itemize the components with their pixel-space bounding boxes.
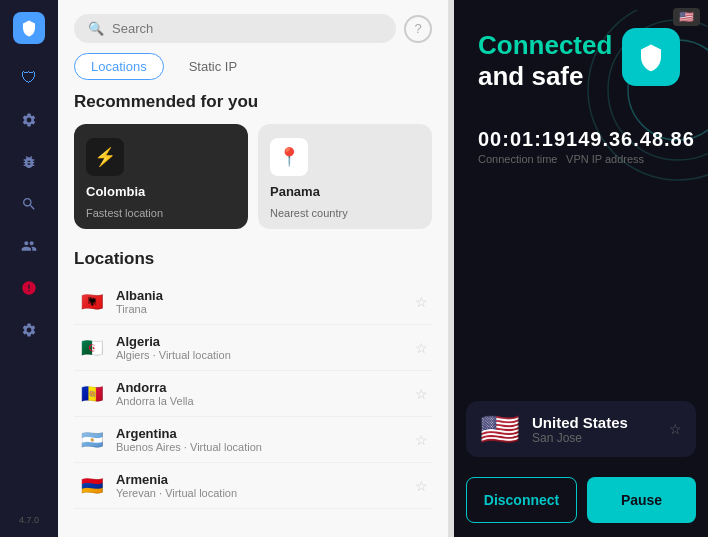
list-item[interactable]: 🇦🇱 Albania Tirana ☆ (74, 279, 432, 325)
corner-flag: 🇺🇸 (673, 8, 700, 26)
locations-content: Recommended for you ⚡ Colombia Fastest l… (58, 92, 448, 537)
colombia-sub: Fastest location (86, 207, 163, 219)
vpn-spacer (454, 185, 708, 389)
sidebar-item-shield[interactable]: 🛡 (11, 60, 47, 96)
andorra-star[interactable]: ☆ (415, 386, 428, 402)
tab-bar: Locations Static IP (58, 53, 448, 80)
sidebar-item-bug[interactable] (11, 144, 47, 180)
search-input-wrap[interactable]: 🔍 (74, 14, 396, 43)
recommended-cards: ⚡ Colombia Fastest location 📍 Panama Nea… (74, 124, 432, 229)
search-bar: 🔍 ? (58, 0, 448, 53)
colombia-icon: ⚡ (86, 138, 124, 176)
colombia-name: Colombia (86, 184, 145, 199)
search-icon: 🔍 (88, 21, 104, 36)
tab-static-ip[interactable]: Static IP (172, 53, 254, 80)
vpn-country: United States (532, 414, 657, 431)
app-version: 4.7.0 (19, 515, 39, 525)
armenia-flag: 🇦🇲 (78, 476, 106, 496)
list-item[interactable]: 🇦🇷 Argentina Buenos Aires · Virtual loca… (74, 417, 432, 463)
list-item[interactable]: 🇩🇿 Algeria Algiers · Virtual location ☆ (74, 325, 432, 371)
vpn-ip-label: VPN IP address (566, 153, 695, 165)
vpn-ip-value: 149.36.48.86 (566, 128, 695, 151)
argentina-name: Argentina (116, 426, 405, 441)
sidebar-item-search[interactable] (11, 186, 47, 222)
sidebar-item-gear[interactable] (11, 312, 47, 348)
app-logo (13, 12, 45, 44)
algeria-sub: Algiers · Virtual location (116, 349, 405, 361)
vpn-buttons: Disconnect Pause (454, 469, 708, 537)
argentina-flag: 🇦🇷 (78, 430, 106, 450)
panama-sub: Nearest country (270, 207, 348, 219)
algeria-star[interactable]: ☆ (415, 340, 428, 356)
andorra-flag: 🇦🇩 (78, 384, 106, 404)
list-item[interactable]: 🇦🇩 Andorra Andorra la Vella ☆ (74, 371, 432, 417)
argentina-info: Argentina Buenos Aires · Virtual locatio… (116, 426, 405, 453)
albania-flag: 🇦🇱 (78, 292, 106, 312)
armenia-sub: Yerevan · Virtual location (116, 487, 405, 499)
disconnect-button[interactable]: Disconnect (466, 477, 577, 523)
rec-card-colombia[interactable]: ⚡ Colombia Fastest location (74, 124, 248, 229)
vpn-time-label: Connection time (478, 153, 566, 165)
vpn-logo (622, 28, 680, 86)
sidebar-item-users[interactable] (11, 228, 47, 264)
algeria-info: Algeria Algiers · Virtual location (116, 334, 405, 361)
algeria-name: Algeria (116, 334, 405, 349)
vpn-panel: Connected and safe 00:01:19 Connection t… (454, 0, 708, 537)
sidebar: 🛡 4.7.0 (0, 0, 58, 537)
argentina-star[interactable]: ☆ (415, 432, 428, 448)
algeria-flag: 🇩🇿 (78, 338, 106, 358)
us-flag: 🇺🇸 (480, 413, 520, 445)
albania-sub: Tirana (116, 303, 405, 315)
locations-list-title: Locations (74, 249, 432, 269)
list-item[interactable]: 🇦🇲 Armenia Yerevan · Virtual location ☆ (74, 463, 432, 509)
vpn-loc-info: United States San Jose (532, 414, 657, 445)
vpn-time-value: 00:01:19 (478, 128, 566, 151)
panama-icon: 📍 (270, 138, 308, 176)
armenia-info: Armenia Yerevan · Virtual location (116, 472, 405, 499)
vpn-city: San Jose (532, 431, 657, 445)
rec-card-panama[interactable]: 📍 Panama Nearest country (258, 124, 432, 229)
help-button[interactable]: ? (404, 15, 432, 43)
albania-info: Albania Tirana (116, 288, 405, 315)
search-input[interactable] (112, 21, 382, 36)
sidebar-item-settings[interactable] (11, 102, 47, 138)
albania-star[interactable]: ☆ (415, 294, 428, 310)
vpn-ip-address: 149.36.48.86 VPN IP address (566, 128, 695, 165)
vpn-connection-time: 00:01:19 Connection time (478, 128, 566, 165)
main-panel: 🔍 ? Locations Static IP Recommended for … (58, 0, 448, 537)
panama-name: Panama (270, 184, 320, 199)
pause-button[interactable]: Pause (587, 477, 696, 523)
andorra-name: Andorra (116, 380, 405, 395)
vpn-location-star[interactable]: ☆ (669, 421, 682, 437)
vpn-stats: 00:01:19 Connection time 149.36.48.86 VP… (454, 108, 708, 185)
armenia-name: Armenia (116, 472, 405, 487)
argentina-sub: Buenos Aires · Virtual location (116, 441, 405, 453)
albania-name: Albania (116, 288, 405, 303)
recommended-title: Recommended for you (74, 92, 432, 112)
vpn-current-location[interactable]: 🇺🇸 United States San Jose ☆ (466, 401, 696, 457)
andorra-sub: Andorra la Vella (116, 395, 405, 407)
andorra-info: Andorra Andorra la Vella (116, 380, 405, 407)
sidebar-item-alert[interactable] (11, 270, 47, 306)
tab-locations[interactable]: Locations (74, 53, 164, 80)
armenia-star[interactable]: ☆ (415, 478, 428, 494)
